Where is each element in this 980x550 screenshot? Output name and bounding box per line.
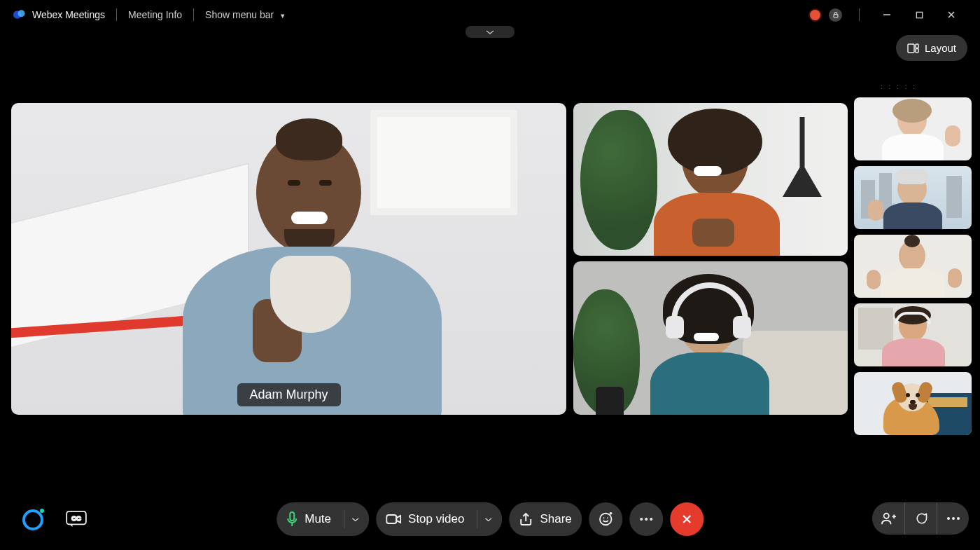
camera-icon xyxy=(386,514,401,525)
participant-video[interactable] xyxy=(573,103,848,256)
layout-icon xyxy=(907,43,919,53)
leave-meeting-button[interactable] xyxy=(670,502,704,536)
svg-rect-7 xyxy=(908,44,914,53)
divider xyxy=(859,8,860,21)
svg-point-31 xyxy=(947,517,950,520)
svg-rect-16 xyxy=(386,515,396,523)
svg-rect-2 xyxy=(834,15,838,18)
reactions-button[interactable] xyxy=(589,502,622,536)
close-button[interactable] xyxy=(935,0,967,29)
svg-point-11 xyxy=(40,509,44,513)
share-label: Share xyxy=(540,512,571,526)
lock-icon xyxy=(829,8,842,22)
svg-point-33 xyxy=(957,517,960,520)
show-menu-bar-label: Show menu bar xyxy=(205,9,274,20)
microphone-icon xyxy=(286,511,298,527)
svg-point-10 xyxy=(24,511,42,529)
svg-point-20 xyxy=(607,517,608,518)
share-button[interactable]: Share xyxy=(509,502,581,536)
participant-thumbnail[interactable] xyxy=(854,372,972,435)
stop-video-button[interactable]: Stop video xyxy=(376,502,502,536)
webex-logo-icon xyxy=(13,8,27,22)
svg-point-28 xyxy=(884,514,889,518)
layout-label: Layout xyxy=(925,42,956,54)
meeting-info-link[interactable]: Meeting Info xyxy=(128,9,182,20)
participant-thumbnail[interactable] xyxy=(854,303,972,366)
maximize-button[interactable] xyxy=(903,0,935,29)
svg-point-18 xyxy=(600,514,612,525)
show-menu-bar-toggle[interactable]: Show menu bar ▾ xyxy=(205,9,285,20)
svg-point-1 xyxy=(18,10,25,17)
chat-panel-button[interactable] xyxy=(904,502,937,535)
svg-rect-14 xyxy=(290,512,294,521)
more-options-button[interactable] xyxy=(629,502,663,536)
closed-captions-button[interactable]: CC xyxy=(66,511,87,528)
participant-thumbnail[interactable] xyxy=(854,166,972,229)
participant-thumbnail[interactable] xyxy=(854,235,972,298)
svg-rect-8 xyxy=(916,44,918,48)
drag-handle-icon[interactable]: : : : : : xyxy=(881,83,917,90)
share-icon xyxy=(519,513,533,525)
participants-panel-button[interactable] xyxy=(872,502,904,535)
svg-point-25 xyxy=(650,518,652,521)
active-speaker-nametag: Adam Murphy xyxy=(237,383,340,406)
panel-options-button[interactable] xyxy=(937,502,969,535)
divider xyxy=(193,8,194,21)
divider xyxy=(116,8,117,21)
minimize-button[interactable] xyxy=(871,0,903,29)
webex-assistant-icon[interactable] xyxy=(21,507,46,532)
chevron-down-icon: ▾ xyxy=(281,11,285,20)
svg-point-23 xyxy=(640,518,643,521)
participant-video[interactable] xyxy=(573,261,848,415)
app-title: Webex Meetings xyxy=(32,9,105,20)
layout-button[interactable]: Layout xyxy=(896,35,967,61)
expand-menu-handle[interactable] xyxy=(465,26,514,38)
participant-thumbnail[interactable] xyxy=(854,97,972,160)
svg-point-19 xyxy=(603,517,604,518)
stop-video-label: Stop video xyxy=(408,512,464,526)
mute-label: Mute xyxy=(304,512,331,526)
mute-button[interactable]: Mute xyxy=(276,502,369,536)
meeting-info-label: Meeting Info xyxy=(128,9,182,20)
svg-text:CC: CC xyxy=(71,515,81,522)
svg-rect-9 xyxy=(916,48,918,53)
recording-indicator-icon xyxy=(810,10,820,20)
mute-options-chevron[interactable] xyxy=(344,510,359,528)
svg-point-32 xyxy=(952,517,955,520)
active-speaker-video[interactable]: Adam Murphy xyxy=(11,103,566,415)
svg-rect-4 xyxy=(916,12,922,18)
video-options-chevron[interactable] xyxy=(477,510,492,528)
svg-point-24 xyxy=(645,518,648,521)
